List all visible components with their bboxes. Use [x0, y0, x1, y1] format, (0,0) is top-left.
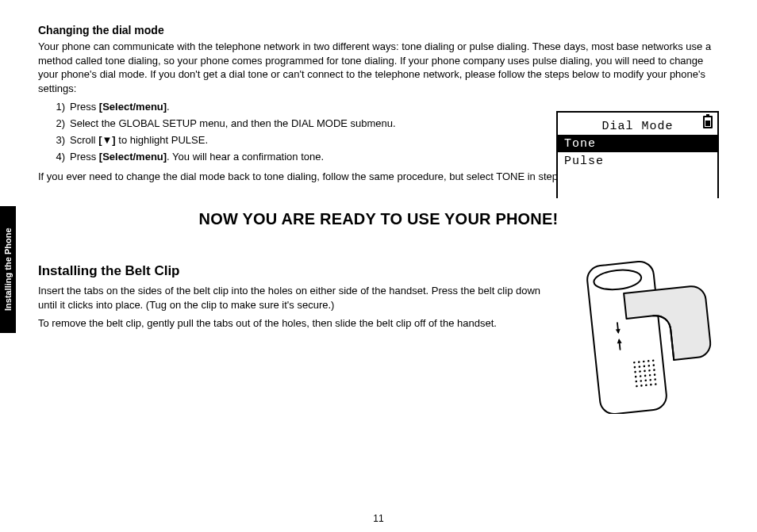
belt-clip-p2: To remove the belt clip, gently pull the… [38, 316, 546, 331]
lcd-option-selected: Tone [558, 135, 717, 152]
ready-heading: NOW YOU ARE READY TO USE YOUR PHONE! [38, 210, 719, 228]
svg-rect-1 [629, 355, 661, 393]
manual-page: Installing the Phone Changing the dial m… [0, 0, 757, 532]
step-number: 2) [52, 117, 65, 132]
step-3: 3) Scroll [▼] to highlight PULSE. [52, 133, 528, 148]
step-pre: Press [70, 151, 99, 163]
step-number: 1) [52, 100, 65, 115]
belt-clip-p1: Insert the tabs on the sides of the belt… [38, 284, 546, 312]
belt-clip-section: Installing the Belt Clip Insert the tabs… [38, 263, 719, 331]
step-number: 3) [52, 133, 65, 148]
page-number: 11 [0, 513, 757, 524]
belt-clip-illustration [552, 255, 719, 414]
lcd-option: Pulse [558, 152, 717, 170]
step-2: 2) Select the GLOBAL SETUP menu, and the… [52, 117, 528, 132]
dial-mode-intro: Your phone can communicate with the tele… [38, 40, 719, 95]
step-text: Scroll [▼] to highlight PULSE. [70, 133, 208, 148]
step-number: 4) [52, 150, 65, 165]
step-post: to highlight PULSE. [116, 134, 208, 146]
dial-mode-steps: 1) Press [Select/menu]. 2) Select the GL… [52, 100, 528, 164]
lcd-screen: Dial Mode Tone Pulse [556, 111, 719, 198]
battery-icon [703, 116, 713, 128]
section-tab: Installing the Phone [0, 206, 16, 333]
step-1: 1) Press [Select/menu]. [52, 100, 528, 115]
step-text: Press [Select/menu]. [70, 100, 170, 115]
lcd-title: Dial Mode [558, 117, 717, 135]
step-bold: [▼] [98, 134, 116, 146]
step-bold: [Select/menu] [99, 151, 167, 163]
step-post: . [167, 101, 170, 113]
step-4: 4) Press [Select/menu]. You will hear a … [52, 150, 528, 165]
step-bold: [Select/menu] [99, 101, 167, 113]
step-pre: Select the GLOBAL SETUP menu, and then t… [70, 117, 396, 129]
step-post: . You will hear a confirmation tone. [167, 151, 324, 163]
dial-mode-section: Changing the dial mode Your phone can co… [38, 24, 719, 183]
step-pre: Scroll [70, 134, 98, 146]
step-text: Select the GLOBAL SETUP menu, and then t… [70, 117, 396, 132]
step-pre: Press [70, 101, 99, 113]
step-text: Press [Select/menu]. You will hear a con… [70, 150, 324, 165]
dial-mode-heading: Changing the dial mode [38, 24, 719, 36]
